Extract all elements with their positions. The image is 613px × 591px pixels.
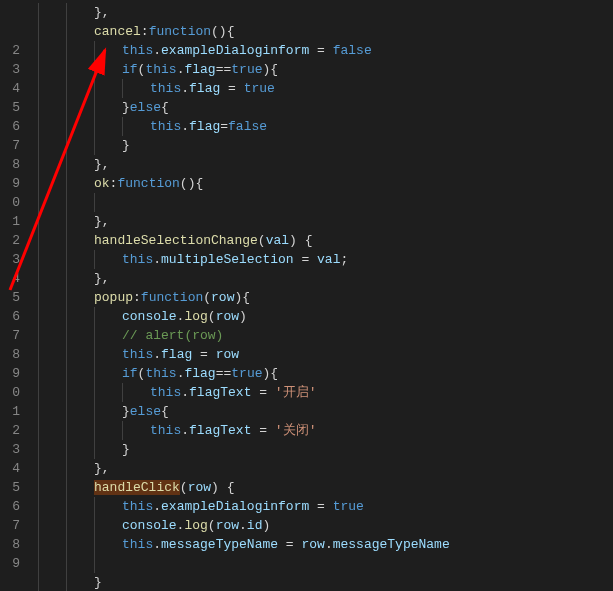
line-number: 1 [0, 402, 20, 421]
code-text: this.flag=false [38, 119, 267, 134]
line-number: 5 [0, 288, 20, 307]
code-line[interactable]: } [38, 573, 613, 591]
code-line[interactable]: handleClick(row) { [38, 478, 613, 497]
code-text: this.exampleDialoginform = true [38, 499, 364, 514]
line-number: 6 [0, 497, 20, 516]
code-line[interactable]: this.flagText = '开启' [38, 383, 613, 402]
code-line[interactable]: this.flagText = '关闭' [38, 421, 613, 440]
code-line[interactable] [38, 554, 613, 573]
code-text: this.flagText = '开启' [38, 385, 316, 400]
line-number: 4 [0, 79, 20, 98]
code-text: } [38, 442, 130, 457]
code-line[interactable]: this.messageTypeName = row.messageTypeNa… [38, 535, 613, 554]
line-number: 8 [0, 535, 20, 554]
code-text: this.exampleDialoginform = false [38, 43, 372, 58]
code-line[interactable] [38, 193, 613, 212]
code-line[interactable]: this.flag=false [38, 117, 613, 136]
line-number: 0 [0, 383, 20, 402]
line-number: 9 [0, 174, 20, 193]
code-text: cancel:function(){ [38, 24, 234, 39]
code-line[interactable]: }, [38, 459, 613, 478]
code-line[interactable]: ok:function(){ [38, 174, 613, 193]
code-line[interactable]: this.multipleSelection = val; [38, 250, 613, 269]
code-line[interactable]: if(this.flag==true){ [38, 60, 613, 79]
code-line[interactable]: this.exampleDialoginform = true [38, 497, 613, 516]
line-number: 0 [0, 193, 20, 212]
code-line[interactable]: }, [38, 269, 613, 288]
code-text: this.flagText = '关闭' [38, 423, 316, 438]
line-number: 2 [0, 41, 20, 60]
code-line[interactable]: if(this.flag==true){ [38, 364, 613, 383]
line-number: 2 [0, 231, 20, 250]
line-number: 5 [0, 478, 20, 497]
code-line[interactable]: cancel:function(){ [38, 22, 613, 41]
code-content-area[interactable]: },cancel:function(){this.exampleDialogin… [30, 0, 613, 591]
line-number: 2 [0, 421, 20, 440]
code-text [38, 556, 122, 571]
code-text: popup:function(row){ [38, 290, 250, 305]
code-text: handleSelectionChange(val) { [38, 233, 312, 248]
code-line[interactable]: }else{ [38, 98, 613, 117]
line-number: 4 [0, 269, 20, 288]
code-line[interactable]: console.log(row.id) [38, 516, 613, 535]
line-number: 3 [0, 60, 20, 79]
code-text: }, [38, 5, 110, 20]
code-text: }, [38, 157, 110, 172]
code-text: }else{ [38, 100, 169, 115]
code-line[interactable]: console.log(row) [38, 307, 613, 326]
code-text: handleClick(row) { [38, 480, 234, 495]
code-text: console.log(row.id) [38, 518, 270, 533]
code-line[interactable]: }, [38, 3, 613, 22]
code-line[interactable]: }, [38, 212, 613, 231]
line-number: 3 [0, 440, 20, 459]
code-text: }, [38, 214, 110, 229]
code-line[interactable]: } [38, 136, 613, 155]
code-line[interactable]: popup:function(row){ [38, 288, 613, 307]
line-number [0, 573, 20, 591]
code-line[interactable]: // alert(row) [38, 326, 613, 345]
code-text: if(this.flag==true){ [38, 366, 278, 381]
code-text [38, 195, 122, 210]
line-number: 4 [0, 459, 20, 478]
code-line[interactable]: }, [38, 155, 613, 174]
code-text: }else{ [38, 404, 169, 419]
line-number: 6 [0, 117, 20, 136]
code-text: this.flag = true [38, 81, 275, 96]
line-number: 7 [0, 136, 20, 155]
line-number: 9 [0, 554, 20, 573]
code-text: }, [38, 461, 110, 476]
code-line[interactable]: handleSelectionChange(val) { [38, 231, 613, 250]
line-number: 3 [0, 250, 20, 269]
code-text: if(this.flag==true){ [38, 62, 278, 77]
line-number: 5 [0, 98, 20, 117]
code-line[interactable]: this.flag = row [38, 345, 613, 364]
line-number: 1 [0, 212, 20, 231]
code-text: } [38, 138, 130, 153]
code-text: }, [38, 271, 110, 286]
line-number [0, 3, 20, 22]
code-line[interactable]: } [38, 440, 613, 459]
line-number: 8 [0, 155, 20, 174]
code-text: } [38, 575, 102, 590]
line-number: 9 [0, 364, 20, 383]
line-number: 8 [0, 345, 20, 364]
line-number: 7 [0, 326, 20, 345]
code-text: console.log(row) [38, 309, 247, 324]
code-line[interactable]: }else{ [38, 402, 613, 421]
line-number [0, 22, 20, 41]
line-number: 7 [0, 516, 20, 535]
line-number: 6 [0, 307, 20, 326]
line-number-gutter: 2345678901234567890123456789 [0, 0, 30, 591]
code-text: this.multipleSelection = val; [38, 252, 348, 267]
code-text: ok:function(){ [38, 176, 203, 191]
code-line[interactable]: this.flag = true [38, 79, 613, 98]
code-text: this.messageTypeName = row.messageTypeNa… [38, 537, 450, 552]
code-line[interactable]: this.exampleDialoginform = false [38, 41, 613, 60]
code-text: this.flag = row [38, 347, 239, 362]
code-editor[interactable]: 2345678901234567890123456789 },cancel:fu… [0, 0, 613, 591]
